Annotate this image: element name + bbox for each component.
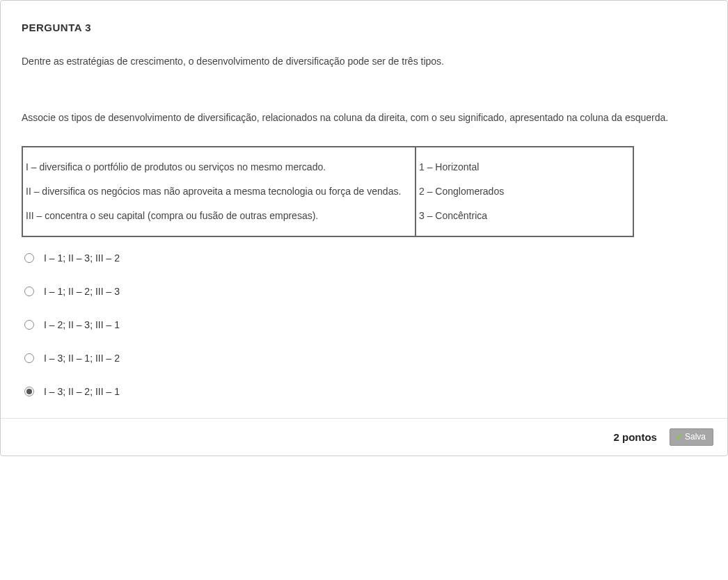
radio-icon[interactable]: [24, 320, 34, 330]
check-icon: ✔: [676, 433, 682, 441]
option-label: I – 3; II – 2; III – 1: [44, 386, 120, 397]
option-row[interactable]: I – 2; II – 3; III – 1: [22, 312, 706, 337]
option-row[interactable]: I – 1; II – 2; III – 3: [22, 279, 706, 304]
question-paragraph-2: Associe os tipos de desenvolvimento de d…: [22, 111, 706, 125]
option-label: I – 3; II – 1; III – 2: [44, 353, 120, 364]
points-label: 2 pontos: [613, 431, 657, 443]
match-right-item-3: 3 – Concêntrica: [419, 209, 630, 223]
question-body: Dentre as estratégias de crescimento, o …: [22, 54, 706, 404]
question-paragraph-1: Dentre as estratégias de crescimento, o …: [22, 54, 706, 69]
question-title: PERGUNTA 3: [22, 22, 706, 33]
match-right-cell: 1 – Horizontal 2 – Conglomerados 3 – Con…: [416, 147, 633, 236]
option-row[interactable]: I – 1; II – 3; III – 2: [22, 245, 706, 271]
radio-icon[interactable]: [24, 287, 34, 296]
option-row[interactable]: I – 3; II – 1; III – 2: [22, 346, 706, 371]
question-footer: 2 pontos ✔ Salva: [1, 418, 727, 456]
question-content: PERGUNTA 3 Dentre as estratégias de cres…: [1, 1, 727, 404]
match-left-item-2: II – diversifica os negócios mas não apr…: [26, 184, 412, 199]
match-left-item-1: I – diversifica o portfólio de produtos …: [26, 160, 412, 175]
option-label: I – 2; II – 3; III – 1: [44, 319, 120, 330]
match-right-item-1: 1 – Horizontal: [419, 160, 630, 175]
match-left-item-3: III – concentra o seu capital (compra ou…: [26, 209, 412, 223]
option-label: I – 1; II – 3; III – 2: [44, 252, 120, 264]
save-button[interactable]: ✔ Salva: [670, 428, 713, 446]
radio-icon[interactable]: [24, 353, 34, 363]
question-card: PERGUNTA 3 Dentre as estratégias de cres…: [0, 0, 728, 456]
save-button-label: Salva: [685, 432, 706, 442]
option-label: I – 1; II – 2; III – 3: [44, 286, 120, 297]
radio-icon[interactable]: [24, 387, 34, 396]
options-group: I – 1; II – 3; III – 2I – 1; II – 2; III…: [22, 245, 706, 404]
match-table: I – diversifica o portfólio de produtos …: [22, 146, 634, 237]
match-left-cell: I – diversifica o portfólio de produtos …: [22, 147, 416, 236]
radio-icon[interactable]: [24, 253, 34, 263]
option-row[interactable]: I – 3; II – 2; III – 1: [22, 379, 706, 404]
match-right-item-2: 2 – Conglomerados: [419, 184, 630, 199]
